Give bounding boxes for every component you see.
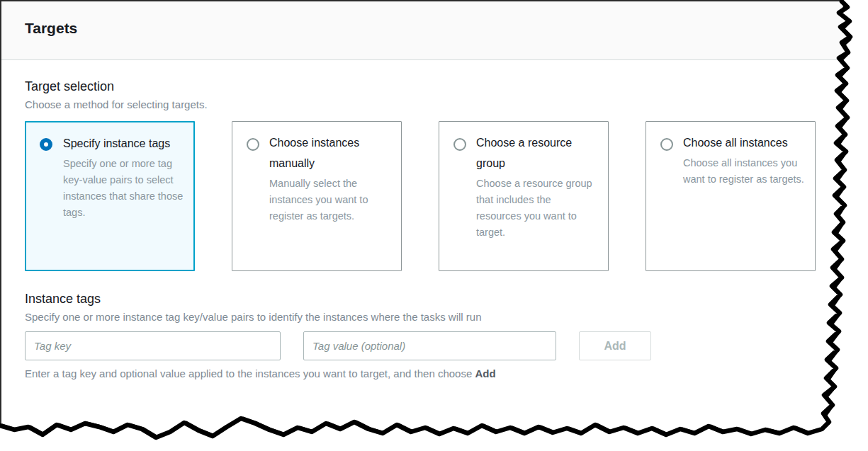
panel-title: Targets [25, 20, 77, 37]
card-choose-instances-manually[interactable]: Choose instances manually Manually selec… [232, 121, 402, 271]
target-selection-heading: Target selection [25, 78, 868, 95]
radio-choose-instances-manually[interactable] [247, 138, 259, 151]
instance-tags-subheading: Specify one or more instance tag key/val… [25, 310, 868, 324]
radio-choose-resource-group[interactable] [453, 138, 466, 151]
card-title: Specify instance tags [63, 133, 184, 154]
card-description: Choose all instances you want to registe… [683, 155, 805, 188]
card-text: Choose a resource group Choose a resourc… [476, 132, 598, 241]
card-text: Choose instances manually Manually selec… [269, 132, 391, 224]
card-title: Choose instances manually [269, 132, 391, 173]
target-selection-cards: Specify instance tags Specify one or mor… [25, 121, 868, 271]
card-text: Specify instance tags Specify one or mor… [63, 133, 184, 221]
tag-key-input[interactable] [25, 331, 281, 360]
helper-bold-add: Add [475, 367, 495, 379]
card-description: Choose a resource group that includes th… [476, 176, 598, 241]
card-specify-instance-tags[interactable]: Specify instance tags Specify one or mor… [25, 121, 195, 271]
card-choose-all-instances[interactable]: Choose all instances Choose all instance… [646, 121, 816, 271]
card-text: Choose all instances Choose all instance… [683, 132, 805, 188]
target-selection-subheading: Choose a method for selecting targets. [25, 98, 868, 112]
card-choose-resource-group[interactable]: Choose a resource group Choose a resourc… [439, 121, 609, 271]
card-description: Specify one or more tag key-value pairs … [63, 156, 184, 221]
panel-content: Target selection Choose a method for sel… [25, 60, 868, 392]
radio-choose-all-instances[interactable] [660, 138, 673, 151]
card-title: Choose all instances [683, 132, 805, 153]
tag-value-input[interactable] [303, 331, 556, 360]
instance-tags-row: Add [25, 331, 868, 360]
targets-header: Targets [1, 1, 868, 60]
helper-text: Enter a tag key and optional value appli… [25, 367, 475, 379]
add-tag-button[interactable]: Add [579, 331, 651, 360]
radio-specify-instance-tags[interactable] [40, 138, 52, 151]
card-description: Manually select the instances you want t… [269, 176, 391, 224]
card-title: Choose a resource group [476, 132, 598, 173]
screenshot-canvas: Targets Target selection Choose a method… [0, 0, 868, 451]
instance-tags-helper: Enter a tag key and optional value appli… [25, 367, 868, 381]
instance-tags-heading: Instance tags [25, 290, 868, 307]
